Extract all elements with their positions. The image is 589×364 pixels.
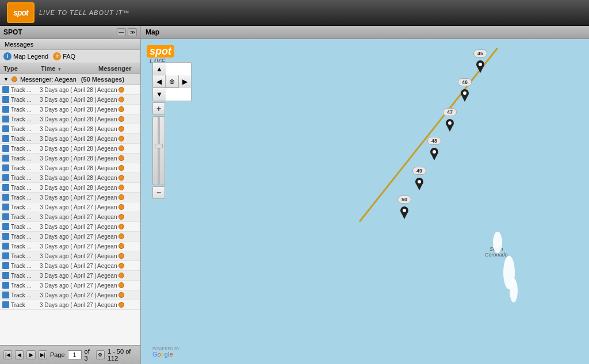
svg-marker-9 [447, 126, 453, 132]
msg-type: Track ... [2, 282, 40, 289]
table-row[interactable]: Track ... 3 Days ago ( April 27 ) Aegean [0, 281, 140, 290]
table-row[interactable]: Track ... 3 Days ago ( April 27 ) Aegean [0, 212, 140, 222]
table-row[interactable]: Track ... 3 Days ago ( April 28 ) Aegean [0, 95, 140, 105]
pan-up-button[interactable]: ▲ [153, 63, 166, 75]
pan-left-button[interactable]: ◀ [153, 75, 166, 88]
last-page-button[interactable]: ▶| [39, 350, 47, 359]
pan-down-button[interactable]: ▼ [153, 88, 166, 101]
table-row[interactable]: Track ... 3 Days ago ( April 27 ) Aegean [0, 251, 140, 261]
msg-type: Track ... [2, 223, 40, 230]
table-row[interactable]: Track ... 3 Days ago ( April 28 ) Aegean [0, 124, 140, 134]
table-row[interactable]: Track ... 3 Days ago ( April 27 ) Aegean [0, 202, 140, 212]
faq-button[interactable]: ? FAQ [53, 52, 75, 60]
aegean-dot-icon [118, 204, 124, 210]
zoom-slider[interactable] [152, 116, 165, 185]
zoom-out-button[interactable]: − [152, 186, 165, 199]
msg-messenger: Aegean [97, 214, 135, 220]
svg-marker-18 [401, 213, 407, 219]
svg-point-2 [479, 63, 482, 66]
msg-time: 3 Days ago ( April 27 ) [40, 253, 97, 259]
table-row[interactable]: Track ... 3 Days ago ( April 28 ) Aegean [0, 154, 140, 163]
map-canvas: spot LIVE ▲ ◀ ⊕ ▶ ▼ + [141, 39, 589, 362]
prev-page-button[interactable]: ◀ [15, 350, 24, 359]
aegean-dot-icon [118, 233, 124, 239]
table-row[interactable]: Track ... 3 Days ago ( April 28 ) Aegean [0, 173, 140, 183]
msg-messenger: Aegean [97, 253, 135, 259]
pan-center-button[interactable]: ⊕ [166, 75, 178, 88]
table-row[interactable]: Track ... 3 Days ago ( April 27 ) Aegean [0, 222, 140, 232]
msg-type: Track ... [2, 116, 40, 122]
pin-49-label: 49 [412, 167, 426, 175]
sidebar-minimize-button[interactable]: — [117, 28, 126, 36]
settings-button[interactable]: ⚙ [96, 350, 105, 359]
msg-time: 3 Days ago ( April 28 ) [40, 155, 97, 162]
svg-marker-12 [431, 155, 437, 160]
table-row[interactable]: Track ... 3 Days ago ( April 28 ) Aegean [0, 183, 140, 193]
pin-50[interactable]: 50 [397, 196, 411, 219]
msg-time: 3 Days ago ( April 27 ) [40, 204, 97, 210]
pan-right-button[interactable]: ▶ [178, 75, 191, 88]
col-messenger[interactable]: Messenger [97, 64, 135, 72]
table-row[interactable]: Track ... 3 Days ago ( April 27 ) Aegean [0, 242, 140, 251]
pin-45[interactable]: 45 [473, 49, 487, 73]
map-legend-button[interactable]: i Map Legend [3, 52, 48, 60]
table-row[interactable]: Track ... 3 Days ago ( April 27 ) Aegean [0, 271, 140, 281]
track-icon [2, 145, 9, 152]
msg-type: Track ... [2, 125, 40, 132]
pin-48[interactable]: 48 [427, 137, 441, 160]
msg-messenger: Aegean [97, 165, 135, 171]
msg-type: Track [2, 301, 40, 308]
page-input[interactable] [68, 350, 82, 359]
table-row[interactable]: Track ... 3 Days ago ( April 28 ) Aegean [0, 134, 140, 144]
track-icon [2, 243, 9, 250]
col-time[interactable]: Time ▼ [40, 64, 97, 72]
table-row[interactable]: Track ... 3 Days ago ( April 27 ) Aegean [0, 193, 140, 202]
track-icon [2, 184, 9, 191]
table-row[interactable]: Track 3 Days ago ( April 27 ) Aegean [0, 300, 140, 310]
total-pages: of 3 [85, 348, 93, 362]
track-icon [2, 125, 9, 132]
first-page-button[interactable]: |◀ [3, 350, 12, 359]
messenger-dot-icon [12, 76, 17, 82]
msg-time: 3 Days ago ( April 27 ) [40, 292, 97, 298]
sidebar-expand-button[interactable]: ≫ [128, 28, 137, 36]
messenger-group-name: Messenger: Aegean [20, 76, 77, 83]
track-svg [141, 39, 589, 362]
col-type[interactable]: Type [2, 64, 40, 72]
table-row[interactable]: Track ... 3 Days ago ( April 28 ) Aegean [0, 105, 140, 114]
aegean-dot-icon [118, 282, 124, 288]
track-icon [2, 204, 9, 210]
table-row[interactable]: Track ... 3 Days ago ( April 27 ) Aegean [0, 261, 140, 271]
track-icon [2, 213, 9, 220]
aegean-dot-icon [118, 155, 124, 161]
aegean-dot-icon [118, 194, 124, 200]
next-page-button[interactable]: ▶ [26, 350, 35, 359]
pin-49[interactable]: 49 [412, 167, 426, 190]
track-icon [2, 252, 9, 259]
app-header: spot LIVE TO TELL ABOUT IT™ [0, 0, 589, 26]
table-row[interactable]: Track ... 3 Days ago ( April 28 ) Aegean [0, 85, 140, 95]
msg-type: Track ... [2, 184, 40, 191]
sidebar-footer: |◀ ◀ ▶ ▶| Page of 3 ⚙ 1 - 50 of 112 [0, 345, 140, 364]
table-row[interactable]: Track ... 3 Days ago ( April 28 ) Aegean [0, 114, 140, 124]
table-row[interactable]: Track ... 3 Days ago ( April 28 ) Aegean [0, 144, 140, 154]
svg-point-5 [463, 91, 466, 95]
zoom-in-button[interactable]: + [152, 102, 165, 115]
msg-messenger: Aegean [97, 145, 135, 152]
sidebar-title: SPOT [3, 28, 22, 36]
sidebar-controls: — ≫ [117, 28, 137, 36]
msg-type: Track ... [2, 243, 40, 250]
messages-tab[interactable]: Messages [0, 39, 140, 50]
msg-time: 3 Days ago ( April 28 ) [40, 97, 97, 103]
range-label: 1 - 50 of 112 [108, 348, 137, 362]
messages-list: Track ... 3 Days ago ( April 28 ) Aegean… [0, 85, 140, 345]
table-row[interactable]: Track ... 3 Days ago ( April 27 ) Aegean [0, 232, 140, 242]
pan-controls: ▲ ◀ ⊕ ▶ ▼ [152, 62, 192, 101]
messenger-group-header[interactable]: ▼ Messenger: Aegean (50 Messages) [0, 74, 140, 85]
msg-messenger: Aegean [97, 185, 135, 191]
pin-46[interactable]: 46 [458, 78, 472, 102]
pin-46-label: 46 [458, 78, 472, 86]
table-row[interactable]: Track ... 3 Days ago ( April 27 ) Aegean [0, 290, 140, 300]
pin-47[interactable]: 47 [443, 108, 457, 132]
table-row[interactable]: Track ... 3 Days ago ( April 28 ) Aegean [0, 163, 140, 173]
